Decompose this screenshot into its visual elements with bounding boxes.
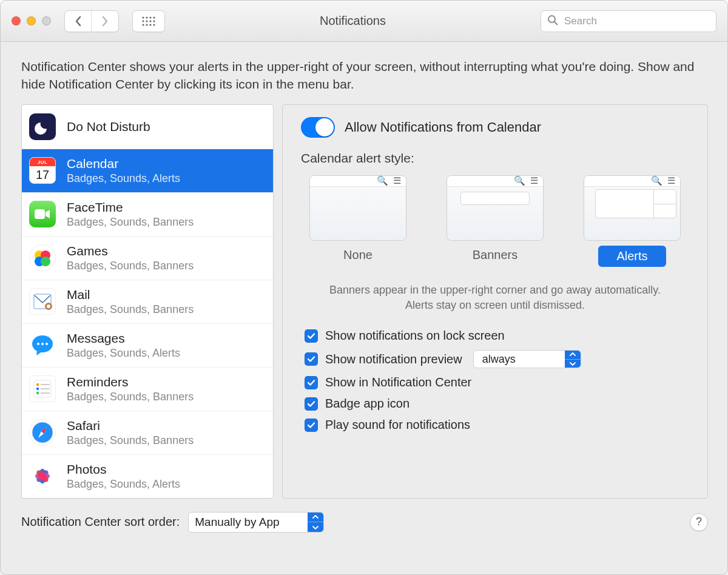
calendar-icon: JUL 17 xyxy=(29,157,56,184)
checkbox-badge-label: Badge app icon xyxy=(325,397,410,411)
svg-point-4 xyxy=(142,20,144,22)
sidebar-item-mail[interactable]: Mail Badges, Sounds, Banners xyxy=(22,280,273,323)
sidebar-item-label: Mail xyxy=(67,288,194,302)
sidebar-item-detail: Badges, Sounds, Banners xyxy=(67,303,194,316)
back-button[interactable] xyxy=(65,11,92,32)
sidebar-item-dnd[interactable]: Do Not Disturb xyxy=(22,105,273,149)
sidebar-item-label: Do Not Disturb xyxy=(67,119,150,134)
alert-style-alerts-label: Alerts xyxy=(598,246,666,267)
checkbox-sound[interactable] xyxy=(305,419,318,432)
sidebar-item-calendar[interactable]: JUL 17 Calendar Badges, Sounds, Alerts xyxy=(22,149,273,192)
svg-point-3 xyxy=(153,16,155,18)
svg-point-21 xyxy=(47,304,50,308)
sidebar-item-label: Reminders xyxy=(67,375,194,389)
mail-icon xyxy=(29,288,56,315)
options-checklist: Show notifications on lock screen Show n… xyxy=(301,329,689,432)
svg-point-2 xyxy=(149,16,151,18)
checkbox-notification-center-label: Show in Notification Center xyxy=(325,375,471,389)
svg-point-18 xyxy=(41,257,50,266)
alert-style-banners-thumb: 🔍☰ xyxy=(447,175,544,241)
svg-point-6 xyxy=(149,20,151,22)
sort-order-label: Notification Center sort order: xyxy=(21,515,180,529)
sidebar-item-detail: Badges, Sounds, Alerts xyxy=(67,347,180,360)
sidebar-item-detail: Badges, Sounds, Banners xyxy=(67,391,194,403)
allow-notifications-toggle[interactable] xyxy=(301,117,335,138)
checkbox-notification-center[interactable] xyxy=(305,376,318,389)
sidebar-item-detail: Badges, Sounds, Banners xyxy=(67,260,194,272)
messages-icon xyxy=(29,332,56,358)
sidebar-item-label: Photos xyxy=(67,462,180,477)
show-all-button[interactable] xyxy=(132,10,165,32)
checkbox-preview-label: Show notification preview xyxy=(325,352,462,366)
sidebar-item-detail: Badges, Sounds, Alerts xyxy=(67,478,180,491)
preferences-window: Notifications Notification Center shows … xyxy=(0,0,728,575)
nav-buttons xyxy=(64,10,119,32)
footer: Notification Center sort order: Manually… xyxy=(1,499,727,533)
sidebar-item-photos[interactable]: Photos Badges, Sounds, Alerts xyxy=(22,454,273,498)
sort-order-value: Manually by App xyxy=(189,516,285,529)
checkbox-sound-label: Play sound for notifications xyxy=(325,418,470,432)
svg-rect-14 xyxy=(35,209,45,219)
main-area: Do Not Disturb JUL 17 Calendar Badges, S… xyxy=(1,104,727,499)
checkbox-lock-screen-label: Show notifications on lock screen xyxy=(325,329,505,343)
close-window-button[interactable] xyxy=(12,16,21,25)
forward-button[interactable] xyxy=(92,11,118,32)
sidebar-item-label: Safari xyxy=(67,419,194,433)
checkbox-badge[interactable] xyxy=(305,397,318,411)
svg-point-5 xyxy=(146,20,147,22)
alert-style-hint: Banners appear in the upper-right corner… xyxy=(319,283,671,313)
sidebar-item-label: FaceTime xyxy=(67,200,194,215)
alert-style-none-thumb: 🔍☰ xyxy=(309,175,406,241)
sort-order-select[interactable]: Manually by App xyxy=(188,512,324,533)
alert-style-label: Calendar alert style: xyxy=(301,151,689,166)
minimize-window-button[interactable] xyxy=(27,16,36,25)
svg-point-31 xyxy=(36,392,39,394)
search-icon xyxy=(547,15,558,27)
alert-style-banners[interactable]: 🔍☰ Banners xyxy=(444,173,546,269)
help-button[interactable]: ? xyxy=(690,513,708,531)
sidebar-item-messages[interactable]: Messages Badges, Sounds, Alerts xyxy=(22,323,273,367)
svg-point-25 xyxy=(46,343,48,345)
preview-select[interactable]: always xyxy=(473,350,581,368)
sidebar-item-detail: Badges, Sounds, Banners xyxy=(67,434,194,447)
alert-style-none-label: None xyxy=(332,246,383,264)
svg-point-23 xyxy=(37,343,39,345)
svg-point-10 xyxy=(149,24,151,25)
zoom-window-button[interactable] xyxy=(42,16,51,25)
facetime-icon xyxy=(29,201,56,227)
alert-style-row: 🔍☰ None 🔍☰ Banners 🔍☰ Aler xyxy=(301,173,689,269)
sidebar-item-safari[interactable]: Safari Badges, Sounds, Banners xyxy=(22,411,273,454)
svg-point-7 xyxy=(153,20,155,22)
checkbox-lock-screen[interactable] xyxy=(305,329,318,343)
allow-notifications-label: Allow Notifications from Calendar xyxy=(345,119,541,135)
dnd-icon xyxy=(29,113,56,140)
sidebar-item-games[interactable]: Games Badges, Sounds, Banners xyxy=(22,236,273,280)
detail-panel: Allow Notifications from Calendar Calend… xyxy=(282,104,708,499)
sidebar-item-label: Messages xyxy=(67,331,180,346)
svg-point-29 xyxy=(36,388,39,390)
reminders-icon xyxy=(29,375,56,402)
svg-point-27 xyxy=(36,383,39,386)
preview-select-value: always xyxy=(474,353,565,366)
alert-style-banners-label: Banners xyxy=(462,246,529,264)
sidebar-item-label: Calendar xyxy=(67,156,180,171)
svg-line-13 xyxy=(554,22,558,25)
svg-point-11 xyxy=(153,24,155,25)
window-title: Notifications xyxy=(172,14,533,28)
stepper-icon xyxy=(565,351,581,368)
sidebar-item-reminders[interactable]: Reminders Badges, Sounds, Banners xyxy=(22,367,273,411)
sidebar-item-detail: Badges, Sounds, Alerts xyxy=(67,172,180,185)
search-field[interactable] xyxy=(541,10,716,32)
svg-point-1 xyxy=(146,16,147,18)
alert-style-alerts[interactable]: 🔍☰ Alerts xyxy=(581,173,683,269)
sidebar-item-facetime[interactable]: FaceTime Badges, Sounds, Banners xyxy=(22,192,273,236)
sidebar-item-label: Games xyxy=(67,244,194,258)
checkbox-preview[interactable] xyxy=(305,352,318,366)
photos-icon xyxy=(29,463,56,489)
window-controls xyxy=(12,16,51,25)
search-input[interactable] xyxy=(563,15,710,28)
app-list[interactable]: Do Not Disturb JUL 17 Calendar Badges, S… xyxy=(21,104,274,499)
svg-point-8 xyxy=(142,24,144,25)
svg-point-0 xyxy=(142,16,144,18)
alert-style-none[interactable]: 🔍☰ None xyxy=(307,173,409,269)
